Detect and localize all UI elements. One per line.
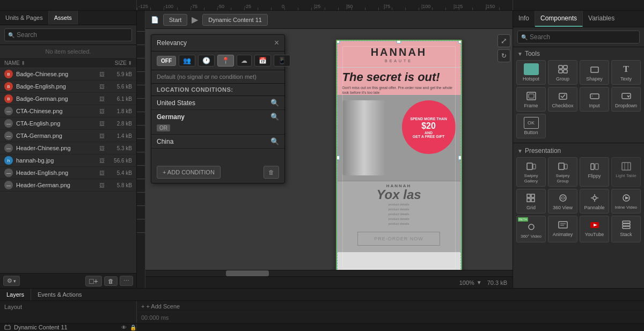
file-item[interactable]: — Header-English.png 🖼 5.4 kB [0, 167, 136, 179]
condition-us-search[interactable]: 🔍 [270, 99, 279, 107]
file-item[interactable]: — CTA-English.png 🖼 2.8 kB [0, 117, 136, 130]
tool-grid[interactable]: Grid [516, 189, 546, 214]
condition-germany-search[interactable]: 🔍 [270, 113, 279, 121]
cta-button[interactable]: PRE-ORDER NOW [357, 232, 440, 246]
file-img-icon: 🖼 [99, 133, 105, 139]
tool-pannable[interactable]: Pannable [580, 189, 609, 214]
signal-calendar-button[interactable]: 📅 [254, 55, 271, 67]
right-search-input[interactable] [517, 31, 640, 43]
tool-dropdown[interactable]: Dropdown [611, 87, 641, 112]
tool-input[interactable]: Input [580, 87, 609, 112]
tools-section-label: Tools [525, 50, 540, 57]
file-item[interactable]: h hannah-bg.jpg 🖼 56.6 kB [0, 155, 136, 167]
signal-users-button[interactable]: 👥 [179, 55, 195, 67]
file-size: 5.8 kB [108, 182, 132, 188]
tool-360-view[interactable]: 360 View [548, 189, 577, 214]
file-size: 5.4 kB [108, 170, 132, 176]
add-condition-button[interactable]: + ADD CONDITION [157, 166, 221, 179]
doc-icon: 📄 [151, 16, 159, 24]
tool-animatey[interactable]: Animatey [548, 216, 577, 242]
add-scene-button[interactable]: ++ Add Scene [141, 303, 180, 310]
tool-texty[interactable]: T Texty [611, 60, 641, 85]
svg-point-25 [561, 197, 565, 199]
file-item[interactable]: B Badge-German.png 🖼 6.1 kB [0, 93, 136, 105]
signal-time-button[interactable]: 🕐 [198, 55, 215, 67]
svg-point-26 [593, 196, 596, 200]
svg-rect-16 [595, 164, 598, 170]
tab-info[interactable]: Info [513, 11, 535, 27]
file-name: CTA-Chinese.png [16, 108, 96, 114]
relevancy-close-button[interactable]: × [274, 38, 279, 48]
tool-button[interactable]: OK Button [516, 114, 546, 138]
condition-china-search[interactable]: 🔍 [270, 137, 279, 145]
search-input[interactable] [4, 28, 132, 41]
fit-canvas-button[interactable]: ⤢ [497, 34, 510, 47]
tool-flippy[interactable]: Flippy [580, 157, 609, 187]
file-name: Header-Chinese.png [16, 145, 96, 151]
signal-device-button[interactable]: 📱 [274, 55, 290, 67]
delete-asset-button[interactable]: 🗑 [104, 276, 118, 286]
settings-button[interactable]: ⚙ ▾ [3, 276, 20, 286]
delete-condition-button[interactable]: 🗑 [264, 166, 279, 179]
tab-layers[interactable]: Layers [0, 289, 31, 300]
tool-frame[interactable]: Frame [516, 87, 546, 112]
more-asset-button[interactable]: ⋯ [120, 276, 133, 286]
tool-input-label: Input [589, 103, 599, 108]
add-asset-button[interactable]: □+ [85, 276, 102, 286]
bottom-panel: Layers Events & Actions Layout ++ Add Sc… [0, 288, 644, 331]
tool-swipey-group[interactable]: Swipey Group [548, 157, 577, 187]
tool-checkbox-label: Checkbox [552, 103, 573, 108]
tab-assets[interactable]: Assets [49, 11, 78, 25]
tab-variables[interactable]: Variables [583, 11, 620, 27]
refresh-canvas-button[interactable]: ↻ [497, 49, 510, 62]
svg-rect-22 [527, 198, 530, 202]
no-item-label: No item selected. [0, 45, 136, 58]
svg-rect-39 [623, 221, 630, 223]
file-item[interactable]: — Header-German.png 🖼 5.8 kB [0, 179, 136, 192]
file-name: hannah-bg.jpg [16, 157, 96, 164]
signal-off-button[interactable]: OFF [157, 56, 176, 66]
tool-swipey-gallery[interactable]: Swipey Gallery [516, 157, 546, 187]
file-item[interactable]: — CTA-German.png 🖼 1.4 kB [0, 130, 136, 142]
file-size: 1.8 kB [108, 108, 132, 114]
file-item[interactable]: — CTA-Chinese.png 🖼 1.8 kB [0, 105, 136, 117]
layer-lock-icon[interactable]: 🔒 [130, 325, 136, 330]
file-img-icon: 🖼 [99, 145, 105, 151]
file-item[interactable]: B Badge-Chinese.png 🖼 5.9 kB [0, 68, 136, 80]
condition-us-text: United States [157, 99, 267, 107]
tab-components[interactable]: Components [535, 11, 583, 27]
condition-us: United States 🔍 [151, 96, 284, 110]
time-display: 00:000 ms [141, 314, 169, 321]
file-color-badge: — [4, 119, 13, 128]
tool-youtube[interactable]: YouTube [580, 216, 609, 242]
file-item[interactable]: B Badge-English.png 🖼 5.6 kB [0, 80, 136, 93]
file-item[interactable]: — Header-Chinese.png 🖼 5.3 kB [0, 142, 136, 155]
svg-rect-41 [623, 226, 630, 229]
tab-events[interactable]: Events & Actions [31, 289, 89, 300]
tool-light-table[interactable]: Light Table [611, 157, 641, 187]
layer-name: Dynamic Content 11 [14, 324, 68, 330]
tool-hotspot[interactable]: Hotspot [516, 60, 546, 85]
file-color-badge: B [4, 70, 13, 78]
svg-rect-11 [527, 163, 532, 170]
file-size: 6.1 kB [108, 96, 132, 102]
breadcrumb-label[interactable]: Dynamic Content 11 [202, 14, 268, 26]
tool-360-video[interactable]: BETA 360° Video [516, 216, 546, 242]
layer-eye-icon[interactable]: 👁 [121, 325, 127, 330]
tool-group[interactable]: Group [548, 60, 577, 85]
svg-rect-1 [564, 65, 567, 69]
signal-location-button[interactable]: 📍 [217, 55, 234, 67]
start-button[interactable]: Start [163, 14, 187, 26]
condition-germany: Germany 🔍 OR [151, 110, 284, 135]
svg-rect-17 [622, 163, 631, 170]
tool-inline-video[interactable]: Inline Video [611, 189, 641, 214]
tab-units-pages[interactable]: Units & Pages [0, 11, 49, 25]
signal-weather-button[interactable]: ☁ [237, 55, 252, 67]
tool-shapey[interactable]: Shapey [580, 60, 609, 85]
file-color-badge: — [4, 107, 13, 115]
tool-stack[interactable]: Stack [611, 216, 641, 242]
file-name: Header-German.png [16, 182, 96, 188]
tool-checkbox[interactable]: Checkbox [548, 87, 577, 112]
file-name: Header-English.png [16, 170, 96, 176]
promo-circle: SPEND MORE THAN $20 AND GET A FREE GIFT [402, 100, 456, 154]
